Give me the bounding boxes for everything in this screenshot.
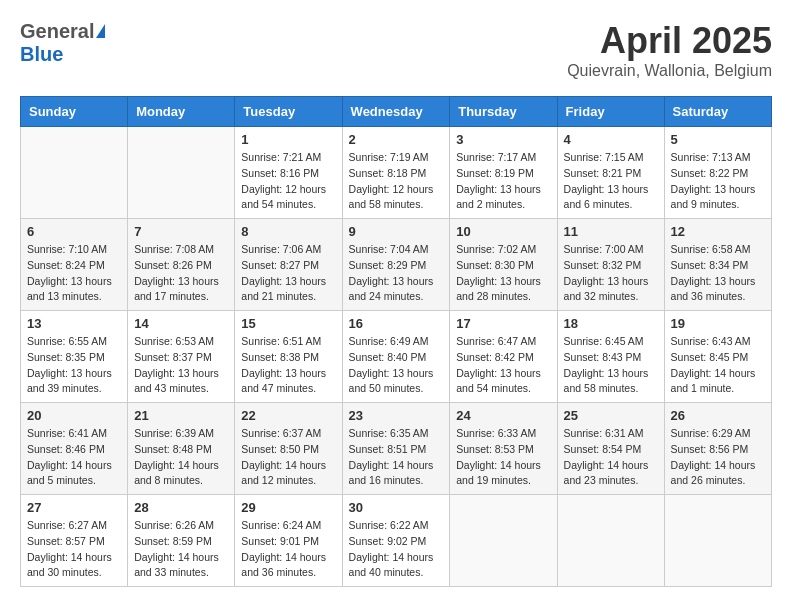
day-info: Sunrise: 6:58 AM Sunset: 8:34 PM Dayligh…: [671, 242, 765, 305]
calendar-cell: 20Sunrise: 6:41 AM Sunset: 8:46 PM Dayli…: [21, 403, 128, 495]
calendar-cell: 29Sunrise: 6:24 AM Sunset: 9:01 PM Dayli…: [235, 495, 342, 587]
day-info: Sunrise: 7:10 AM Sunset: 8:24 PM Dayligh…: [27, 242, 121, 305]
calendar-day-header: Thursday: [450, 97, 557, 127]
calendar-cell: 3Sunrise: 7:17 AM Sunset: 8:19 PM Daylig…: [450, 127, 557, 219]
day-info: Sunrise: 6:29 AM Sunset: 8:56 PM Dayligh…: [671, 426, 765, 489]
day-number: 15: [241, 316, 335, 331]
day-number: 3: [456, 132, 550, 147]
calendar-cell: [128, 127, 235, 219]
location: Quievrain, Wallonia, Belgium: [567, 62, 772, 80]
day-info: Sunrise: 6:47 AM Sunset: 8:42 PM Dayligh…: [456, 334, 550, 397]
calendar-cell: 4Sunrise: 7:15 AM Sunset: 8:21 PM Daylig…: [557, 127, 664, 219]
day-info: Sunrise: 7:17 AM Sunset: 8:19 PM Dayligh…: [456, 150, 550, 213]
calendar-day-header: Friday: [557, 97, 664, 127]
day-number: 4: [564, 132, 658, 147]
calendar-cell: [21, 127, 128, 219]
calendar-week-row: 6Sunrise: 7:10 AM Sunset: 8:24 PM Daylig…: [21, 219, 772, 311]
day-info: Sunrise: 7:00 AM Sunset: 8:32 PM Dayligh…: [564, 242, 658, 305]
day-info: Sunrise: 6:49 AM Sunset: 8:40 PM Dayligh…: [349, 334, 444, 397]
day-info: Sunrise: 6:35 AM Sunset: 8:51 PM Dayligh…: [349, 426, 444, 489]
day-number: 24: [456, 408, 550, 423]
day-info: Sunrise: 6:39 AM Sunset: 8:48 PM Dayligh…: [134, 426, 228, 489]
day-number: 17: [456, 316, 550, 331]
calendar-cell: 24Sunrise: 6:33 AM Sunset: 8:53 PM Dayli…: [450, 403, 557, 495]
calendar-cell: 27Sunrise: 6:27 AM Sunset: 8:57 PM Dayli…: [21, 495, 128, 587]
day-info: Sunrise: 6:55 AM Sunset: 8:35 PM Dayligh…: [27, 334, 121, 397]
calendar-cell: 12Sunrise: 6:58 AM Sunset: 8:34 PM Dayli…: [664, 219, 771, 311]
calendar-cell: 6Sunrise: 7:10 AM Sunset: 8:24 PM Daylig…: [21, 219, 128, 311]
day-info: Sunrise: 7:19 AM Sunset: 8:18 PM Dayligh…: [349, 150, 444, 213]
day-number: 29: [241, 500, 335, 515]
day-info: Sunrise: 7:08 AM Sunset: 8:26 PM Dayligh…: [134, 242, 228, 305]
day-number: 22: [241, 408, 335, 423]
day-info: Sunrise: 7:02 AM Sunset: 8:30 PM Dayligh…: [456, 242, 550, 305]
day-info: Sunrise: 7:15 AM Sunset: 8:21 PM Dayligh…: [564, 150, 658, 213]
day-number: 5: [671, 132, 765, 147]
day-number: 2: [349, 132, 444, 147]
calendar-header-row: SundayMondayTuesdayWednesdayThursdayFrid…: [21, 97, 772, 127]
day-number: 8: [241, 224, 335, 239]
calendar-cell: 26Sunrise: 6:29 AM Sunset: 8:56 PM Dayli…: [664, 403, 771, 495]
calendar-cell: 13Sunrise: 6:55 AM Sunset: 8:35 PM Dayli…: [21, 311, 128, 403]
day-info: Sunrise: 6:37 AM Sunset: 8:50 PM Dayligh…: [241, 426, 335, 489]
day-info: Sunrise: 6:26 AM Sunset: 8:59 PM Dayligh…: [134, 518, 228, 581]
day-number: 16: [349, 316, 444, 331]
calendar-cell: 16Sunrise: 6:49 AM Sunset: 8:40 PM Dayli…: [342, 311, 450, 403]
day-number: 6: [27, 224, 121, 239]
day-number: 19: [671, 316, 765, 331]
day-number: 11: [564, 224, 658, 239]
calendar-cell: 11Sunrise: 7:00 AM Sunset: 8:32 PM Dayli…: [557, 219, 664, 311]
day-info: Sunrise: 6:27 AM Sunset: 8:57 PM Dayligh…: [27, 518, 121, 581]
calendar-day-header: Tuesday: [235, 97, 342, 127]
day-number: 27: [27, 500, 121, 515]
title-area: April 2025 Quievrain, Wallonia, Belgium: [567, 20, 772, 80]
day-number: 1: [241, 132, 335, 147]
day-info: Sunrise: 6:24 AM Sunset: 9:01 PM Dayligh…: [241, 518, 335, 581]
day-info: Sunrise: 6:33 AM Sunset: 8:53 PM Dayligh…: [456, 426, 550, 489]
logo-general: General: [20, 20, 94, 43]
day-number: 26: [671, 408, 765, 423]
logo-triangle-icon: [96, 24, 105, 38]
day-number: 25: [564, 408, 658, 423]
calendar-cell: [557, 495, 664, 587]
calendar-cell: 10Sunrise: 7:02 AM Sunset: 8:30 PM Dayli…: [450, 219, 557, 311]
calendar-cell: 19Sunrise: 6:43 AM Sunset: 8:45 PM Dayli…: [664, 311, 771, 403]
calendar-cell: 8Sunrise: 7:06 AM Sunset: 8:27 PM Daylig…: [235, 219, 342, 311]
day-info: Sunrise: 6:43 AM Sunset: 8:45 PM Dayligh…: [671, 334, 765, 397]
day-number: 21: [134, 408, 228, 423]
page-header: General Blue April 2025 Quievrain, Wallo…: [20, 20, 772, 80]
calendar-day-header: Saturday: [664, 97, 771, 127]
calendar-day-header: Monday: [128, 97, 235, 127]
logo: General Blue: [20, 20, 105, 66]
calendar-day-header: Sunday: [21, 97, 128, 127]
day-info: Sunrise: 7:21 AM Sunset: 8:16 PM Dayligh…: [241, 150, 335, 213]
calendar-week-row: 20Sunrise: 6:41 AM Sunset: 8:46 PM Dayli…: [21, 403, 772, 495]
calendar-cell: 17Sunrise: 6:47 AM Sunset: 8:42 PM Dayli…: [450, 311, 557, 403]
calendar-cell: 2Sunrise: 7:19 AM Sunset: 8:18 PM Daylig…: [342, 127, 450, 219]
calendar-cell: 7Sunrise: 7:08 AM Sunset: 8:26 PM Daylig…: [128, 219, 235, 311]
calendar-cell: 22Sunrise: 6:37 AM Sunset: 8:50 PM Dayli…: [235, 403, 342, 495]
day-info: Sunrise: 7:04 AM Sunset: 8:29 PM Dayligh…: [349, 242, 444, 305]
day-number: 9: [349, 224, 444, 239]
day-number: 13: [27, 316, 121, 331]
day-info: Sunrise: 6:51 AM Sunset: 8:38 PM Dayligh…: [241, 334, 335, 397]
calendar-cell: 15Sunrise: 6:51 AM Sunset: 8:38 PM Dayli…: [235, 311, 342, 403]
day-number: 28: [134, 500, 228, 515]
calendar-cell: 14Sunrise: 6:53 AM Sunset: 8:37 PM Dayli…: [128, 311, 235, 403]
calendar-table: SundayMondayTuesdayWednesdayThursdayFrid…: [20, 96, 772, 587]
calendar-cell: 25Sunrise: 6:31 AM Sunset: 8:54 PM Dayli…: [557, 403, 664, 495]
day-info: Sunrise: 6:41 AM Sunset: 8:46 PM Dayligh…: [27, 426, 121, 489]
day-number: 10: [456, 224, 550, 239]
calendar-week-row: 13Sunrise: 6:55 AM Sunset: 8:35 PM Dayli…: [21, 311, 772, 403]
calendar-cell: [450, 495, 557, 587]
day-number: 23: [349, 408, 444, 423]
day-info: Sunrise: 6:31 AM Sunset: 8:54 PM Dayligh…: [564, 426, 658, 489]
calendar-cell: 23Sunrise: 6:35 AM Sunset: 8:51 PM Dayli…: [342, 403, 450, 495]
day-number: 7: [134, 224, 228, 239]
day-number: 14: [134, 316, 228, 331]
day-number: 12: [671, 224, 765, 239]
day-info: Sunrise: 7:06 AM Sunset: 8:27 PM Dayligh…: [241, 242, 335, 305]
calendar-cell: 28Sunrise: 6:26 AM Sunset: 8:59 PM Dayli…: [128, 495, 235, 587]
day-info: Sunrise: 6:53 AM Sunset: 8:37 PM Dayligh…: [134, 334, 228, 397]
calendar-day-header: Wednesday: [342, 97, 450, 127]
